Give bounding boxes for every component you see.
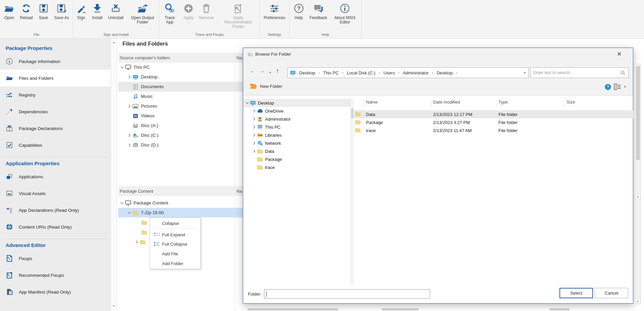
uninstall-button[interactable]: Uninstall <box>106 2 126 20</box>
remove-button[interactable]: Remove <box>197 2 216 20</box>
close-icon[interactable]: ✕ <box>615 50 624 59</box>
tree-item-disc-a[interactable]: Disc (A:) <box>127 121 158 130</box>
tree-item-7zip[interactable]: 7-Zip 19.00 <box>127 208 164 217</box>
cancel-button[interactable]: Cancel <box>595 288 628 298</box>
breadcrumb-item[interactable]: Users <box>380 70 398 75</box>
sidebar-item-fixups[interactable]: Fixups <box>0 250 111 267</box>
breadcrumb-item[interactable]: Administrator <box>399 70 432 75</box>
dialog-tree-item-package[interactable]: Package <box>257 155 282 163</box>
sidebar-item-dependencies[interactable]: Dependencies <box>0 103 111 120</box>
sidebar-item-applications[interactable]: Applications <box>0 168 111 185</box>
view-mode-icon[interactable] <box>614 83 621 91</box>
scroll-down-arrow[interactable]: ▼ <box>111 303 116 309</box>
context-menu-item-full-collapse[interactable]: Full Collapse <box>150 239 200 249</box>
tree-item-documents[interactable]: Documents <box>127 82 164 91</box>
scrollbar-thumb[interactable] <box>636 66 640 160</box>
column-header-size[interactable]: Size <box>567 100 575 105</box>
column-header-date-modified[interactable]: Date modified <box>433 100 460 105</box>
scroll-down-arrow[interactable]: ▼ <box>635 194 641 199</box>
tree-item-music[interactable]: Music <box>127 91 153 101</box>
tree-item-disc-c[interactable]: Disc (C:) <box>127 130 159 140</box>
sidebar-item-files-and-folders[interactable]: Files and Folders <box>0 70 111 86</box>
scroll-up-arrow[interactable]: ▲ <box>111 40 116 45</box>
dialog-tree-item-this-pc[interactable]: This PC <box>252 123 280 131</box>
network-icon <box>257 141 263 146</box>
apply-button[interactable]: Apply ⌄ <box>181 2 196 23</box>
app-windows-icon <box>6 173 13 180</box>
open-button[interactable]: Open <box>1 2 17 20</box>
breadcrumb[interactable]: Desktop› This PC› Local Disk (C:)› Users… <box>287 67 529 78</box>
dialog-tree-item-onedrive[interactable]: OneDrive <box>252 107 283 115</box>
context-menu-item-full-expand[interactable]: Full Expand <box>150 230 200 239</box>
dialog-tree-scrollbar[interactable] <box>351 98 354 285</box>
sidebar-item-app-declarations[interactable]: App Declarations (Read Only) <box>0 202 111 219</box>
new-folder-button[interactable]: New Folder <box>250 83 282 89</box>
open-output-folder-button[interactable]: Open Output Folder <box>126 2 159 24</box>
sidebar-item-capabilities[interactable]: Capabilities <box>0 137 111 153</box>
file-row-data[interactable]: Data 2/13/2023 12:17 PM File folder <box>354 110 633 118</box>
context-menu-item-add-folder[interactable]: Add Folder <box>150 259 200 268</box>
breadcrumb-item[interactable]: This PC <box>320 70 342 75</box>
column-header-name[interactable]: Name <box>366 100 378 105</box>
dialog-help-icon[interactable]: ? <box>605 84 611 91</box>
up-arrow-icon[interactable]: ↑ <box>276 67 279 74</box>
sidebar-item-registry[interactable]: Registry <box>0 86 111 103</box>
tree-item-videos[interactable]: Videos <box>127 111 155 121</box>
tree-item-desktop[interactable]: Desktop <box>127 72 158 82</box>
dialog-tree-item-desktop[interactable]: Desktop <box>245 99 274 107</box>
scrollbar-thumb[interactable] <box>351 108 354 118</box>
dialog-tree-item-network[interactable]: Network <box>252 139 281 147</box>
reload-button[interactable]: Reload <box>17 2 35 20</box>
tree-item-hidden-folder[interactable] <box>141 227 150 237</box>
about-msix-editor-button[interactable]: About MSIX Editor <box>330 2 360 24</box>
help-button[interactable]: ? Help <box>291 2 307 20</box>
dialog-tree-item-data[interactable]: Data <box>252 147 274 155</box>
file-row-trace[interactable]: trace 2/13/2023 11:47 AM File folder <box>354 126 633 134</box>
feedback-button[interactable]: Feedback <box>307 2 330 20</box>
history-chevron-icon[interactable]: ▼ <box>269 69 272 76</box>
preferences-button[interactable]: Preferences <box>261 2 288 20</box>
tree-item-package-content-root[interactable]: Package Content <box>119 198 168 208</box>
sidebar-item-recommended-fixups[interactable]: Recommended Fixups <box>0 267 111 284</box>
tree-item-pictures[interactable]: Pictures <box>127 101 157 111</box>
tree-item-this-pc[interactable]: This PC <box>119 62 150 72</box>
file-type: File folder <box>498 128 518 133</box>
apply-recommended-fixups-button[interactable]: Apply Recommended Fixups <box>217 2 260 29</box>
sign-button[interactable]: Sign <box>73 2 89 20</box>
forward-arrow-icon[interactable]: → <box>259 67 265 74</box>
tree-item-disc-d[interactable]: Disc (D:) <box>127 140 159 150</box>
dialog-bottom-bar: Folder: Select Cancel <box>243 285 633 303</box>
sidebar-item-visual-assets[interactable]: Visual Assets <box>0 185 111 202</box>
install-button[interactable]: Install <box>90 2 105 20</box>
scroll-down-arrow[interactable]: ▼ <box>635 299 641 304</box>
search-input[interactable]: Enter text to search... <box>530 67 629 78</box>
background-window-scrollbar[interactable]: ▼ ▼ <box>635 64 641 304</box>
tree-item-hidden-folder[interactable] <box>141 217 150 227</box>
context-menu-item-collapse[interactable]: Collapse <box>150 219 200 228</box>
sidebar-item-content-uris[interactable]: Content URIs (Read Only) <box>0 219 111 235</box>
save-button[interactable]: Save <box>36 2 51 20</box>
clipped-column-header: Na <box>236 53 243 62</box>
tree-item-hidden-folder[interactable] <box>134 237 148 247</box>
chevron-collapsed-icon <box>127 134 132 137</box>
trace-app-button[interactable]: Trace App <box>159 2 180 24</box>
context-menu-item-add-file[interactable]: Add File <box>150 249 200 258</box>
dialog-tree-item-administrator[interactable]: Administrator <box>252 115 291 123</box>
folder-input[interactable] <box>264 289 430 299</box>
dialog-tree-item-libraries[interactable]: Libraries <box>252 131 282 139</box>
back-arrow-icon[interactable]: ← <box>249 67 255 74</box>
save-as-button[interactable]: Save As ⌄ <box>52 2 71 23</box>
dialog-tree-item-trace[interactable]: trace <box>257 163 275 171</box>
column-header-type[interactable]: Type <box>498 100 508 105</box>
sidebar-item-package-information[interactable]: Package Information <box>0 53 111 70</box>
breadcrumb-item[interactable]: Desktop <box>296 70 319 75</box>
breadcrumb-dropdown-icon[interactable]: ▼ <box>523 71 526 74</box>
sidebar-item-app-manifest[interactable]: App Manifest (Read Only) <box>0 284 111 300</box>
view-mode-dropdown-icon[interactable]: ▼ <box>624 85 627 88</box>
breadcrumb-item[interactable]: Local Disk (C:) <box>343 70 379 75</box>
sidebar-scrollbar[interactable]: ▲ ▼ <box>111 39 117 311</box>
breadcrumb-item[interactable]: Desktop <box>433 70 456 75</box>
file-row-package[interactable]: Package 2/13/2023 3:27 PM File folder <box>354 118 633 126</box>
select-button[interactable]: Select <box>559 288 593 298</box>
sidebar-item-package-declarations[interactable]: Package Declarations <box>0 120 111 137</box>
